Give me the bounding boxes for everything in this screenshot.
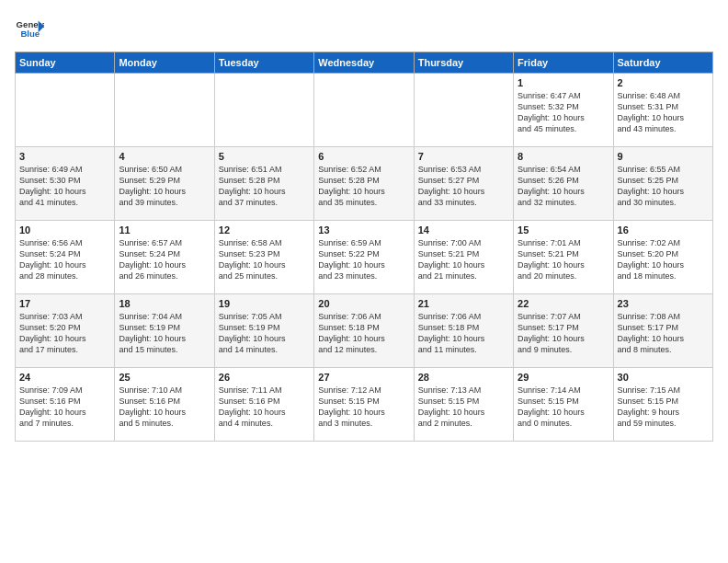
day-number: 24 [19, 372, 110, 383]
calendar-week-row: 24Sunrise: 7:09 AM Sunset: 5:16 PM Dayli… [16, 368, 713, 442]
logo: General Blue [15, 15, 44, 44]
day-info: Sunrise: 7:08 AM Sunset: 5:17 PM Dayligh… [618, 311, 709, 356]
day-number: 22 [518, 298, 609, 309]
calendar-cell: 10Sunrise: 6:56 AM Sunset: 5:24 PM Dayli… [16, 221, 115, 294]
logo-icon: General Blue [15, 15, 44, 44]
calendar-cell: 6Sunrise: 6:52 AM Sunset: 5:28 PM Daylig… [314, 147, 414, 221]
day-number: 17 [19, 298, 110, 309]
day-info: Sunrise: 6:57 AM Sunset: 5:24 PM Dayligh… [119, 237, 210, 282]
svg-text:Blue: Blue [20, 29, 40, 39]
day-number: 30 [618, 372, 709, 383]
calendar-cell [314, 74, 414, 147]
weekday-header: Wednesday [314, 52, 414, 74]
weekday-header: Monday [115, 52, 214, 74]
day-info: Sunrise: 7:00 AM Sunset: 5:21 PM Dayligh… [418, 237, 509, 282]
calendar-cell: 1Sunrise: 6:47 AM Sunset: 5:32 PM Daylig… [514, 74, 613, 147]
day-number: 7 [418, 151, 509, 162]
calendar-cell: 2Sunrise: 6:48 AM Sunset: 5:31 PM Daylig… [613, 74, 712, 147]
calendar-cell: 23Sunrise: 7:08 AM Sunset: 5:17 PM Dayli… [613, 294, 712, 368]
day-info: Sunrise: 7:12 AM Sunset: 5:15 PM Dayligh… [318, 385, 409, 430]
day-number: 9 [618, 151, 709, 162]
day-info: Sunrise: 7:03 AM Sunset: 5:20 PM Dayligh… [19, 311, 110, 356]
day-info: Sunrise: 7:06 AM Sunset: 5:18 PM Dayligh… [318, 311, 409, 356]
calendar-cell: 22Sunrise: 7:07 AM Sunset: 5:17 PM Dayli… [514, 294, 613, 368]
calendar-week-row: 10Sunrise: 6:56 AM Sunset: 5:24 PM Dayli… [16, 221, 713, 294]
day-info: Sunrise: 6:56 AM Sunset: 5:24 PM Dayligh… [19, 237, 110, 282]
day-number: 23 [618, 298, 709, 309]
day-number: 13 [318, 224, 409, 236]
day-info: Sunrise: 6:55 AM Sunset: 5:25 PM Dayligh… [618, 164, 709, 209]
calendar-cell: 26Sunrise: 7:11 AM Sunset: 5:16 PM Dayli… [214, 368, 313, 442]
calendar-cell [16, 74, 115, 147]
day-info: Sunrise: 7:04 AM Sunset: 5:19 PM Dayligh… [119, 311, 210, 356]
calendar-cell: 14Sunrise: 7:00 AM Sunset: 5:21 PM Dayli… [414, 221, 513, 294]
weekday-header-row: SundayMondayTuesdayWednesdayThursdayFrid… [16, 52, 713, 74]
calendar-week-row: 1Sunrise: 6:47 AM Sunset: 5:32 PM Daylig… [16, 74, 713, 147]
day-info: Sunrise: 6:53 AM Sunset: 5:27 PM Dayligh… [418, 164, 509, 209]
calendar-cell: 15Sunrise: 7:01 AM Sunset: 5:21 PM Dayli… [514, 221, 613, 294]
calendar-cell: 12Sunrise: 6:58 AM Sunset: 5:23 PM Dayli… [214, 221, 313, 294]
calendar-cell [214, 74, 313, 147]
day-number: 2 [618, 77, 709, 88]
weekday-header: Friday [514, 52, 613, 74]
day-number: 26 [219, 372, 310, 383]
day-number: 28 [418, 372, 509, 383]
calendar-cell: 8Sunrise: 6:54 AM Sunset: 5:26 PM Daylig… [514, 147, 613, 221]
day-number: 27 [318, 372, 409, 383]
day-info: Sunrise: 7:01 AM Sunset: 5:21 PM Dayligh… [518, 237, 609, 282]
day-number: 15 [518, 224, 609, 236]
day-number: 29 [518, 372, 609, 383]
calendar-cell: 3Sunrise: 6:49 AM Sunset: 5:30 PM Daylig… [16, 147, 115, 221]
calendar-cell: 25Sunrise: 7:10 AM Sunset: 5:16 PM Dayli… [115, 368, 214, 442]
day-number: 21 [418, 298, 509, 309]
day-number: 14 [418, 224, 509, 236]
day-info: Sunrise: 6:54 AM Sunset: 5:26 PM Dayligh… [518, 164, 609, 209]
day-number: 25 [119, 372, 210, 383]
weekday-header: Sunday [16, 52, 115, 74]
calendar-cell: 19Sunrise: 7:05 AM Sunset: 5:19 PM Dayli… [214, 294, 313, 368]
calendar-cell: 29Sunrise: 7:14 AM Sunset: 5:15 PM Dayli… [514, 368, 613, 442]
calendar-cell: 21Sunrise: 7:06 AM Sunset: 5:18 PM Dayli… [414, 294, 513, 368]
day-info: Sunrise: 6:59 AM Sunset: 5:22 PM Dayligh… [318, 237, 409, 282]
calendar-table: SundayMondayTuesdayWednesdayThursdayFrid… [15, 52, 713, 442]
calendar-cell: 13Sunrise: 6:59 AM Sunset: 5:22 PM Dayli… [314, 221, 414, 294]
day-info: Sunrise: 6:49 AM Sunset: 5:30 PM Dayligh… [19, 164, 110, 209]
day-number: 19 [219, 298, 310, 309]
day-number: 5 [219, 151, 310, 162]
calendar-cell: 5Sunrise: 6:51 AM Sunset: 5:28 PM Daylig… [214, 147, 313, 221]
day-info: Sunrise: 7:05 AM Sunset: 5:19 PM Dayligh… [219, 311, 310, 356]
day-info: Sunrise: 6:58 AM Sunset: 5:23 PM Dayligh… [219, 237, 310, 282]
day-info: Sunrise: 7:11 AM Sunset: 5:16 PM Dayligh… [219, 385, 310, 430]
day-number: 3 [19, 151, 110, 162]
weekday-header: Saturday [613, 52, 712, 74]
day-number: 4 [119, 151, 210, 162]
day-info: Sunrise: 7:07 AM Sunset: 5:17 PM Dayligh… [518, 311, 609, 356]
weekday-header: Thursday [414, 52, 513, 74]
calendar-cell: 27Sunrise: 7:12 AM Sunset: 5:15 PM Dayli… [314, 368, 414, 442]
calendar-cell: 16Sunrise: 7:02 AM Sunset: 5:20 PM Dayli… [613, 221, 712, 294]
calendar-cell: 9Sunrise: 6:55 AM Sunset: 5:25 PM Daylig… [613, 147, 712, 221]
day-info: Sunrise: 6:52 AM Sunset: 5:28 PM Dayligh… [318, 164, 409, 209]
day-info: Sunrise: 7:09 AM Sunset: 5:16 PM Dayligh… [19, 385, 110, 430]
day-info: Sunrise: 7:02 AM Sunset: 5:20 PM Dayligh… [618, 237, 709, 282]
calendar-cell: 24Sunrise: 7:09 AM Sunset: 5:16 PM Dayli… [16, 368, 115, 442]
calendar-cell: 28Sunrise: 7:13 AM Sunset: 5:15 PM Dayli… [414, 368, 513, 442]
calendar-cell: 17Sunrise: 7:03 AM Sunset: 5:20 PM Dayli… [16, 294, 115, 368]
weekday-header: Tuesday [214, 52, 313, 74]
calendar-week-row: 3Sunrise: 6:49 AM Sunset: 5:30 PM Daylig… [16, 147, 713, 221]
day-number: 10 [19, 224, 110, 236]
day-info: Sunrise: 7:10 AM Sunset: 5:16 PM Dayligh… [119, 385, 210, 430]
day-info: Sunrise: 6:48 AM Sunset: 5:31 PM Dayligh… [618, 90, 709, 135]
calendar-cell: 7Sunrise: 6:53 AM Sunset: 5:27 PM Daylig… [414, 147, 513, 221]
day-number: 11 [119, 224, 210, 236]
day-number: 18 [119, 298, 210, 309]
calendar-cell: 20Sunrise: 7:06 AM Sunset: 5:18 PM Dayli… [314, 294, 414, 368]
day-number: 6 [318, 151, 409, 162]
day-number: 1 [518, 77, 609, 88]
day-number: 12 [219, 224, 310, 236]
day-info: Sunrise: 7:13 AM Sunset: 5:15 PM Dayligh… [418, 385, 509, 430]
calendar-cell: 30Sunrise: 7:15 AM Sunset: 5:15 PM Dayli… [613, 368, 712, 442]
day-info: Sunrise: 6:47 AM Sunset: 5:32 PM Dayligh… [518, 90, 609, 135]
calendar-cell: 11Sunrise: 6:57 AM Sunset: 5:24 PM Dayli… [115, 221, 214, 294]
day-number: 20 [318, 298, 409, 309]
